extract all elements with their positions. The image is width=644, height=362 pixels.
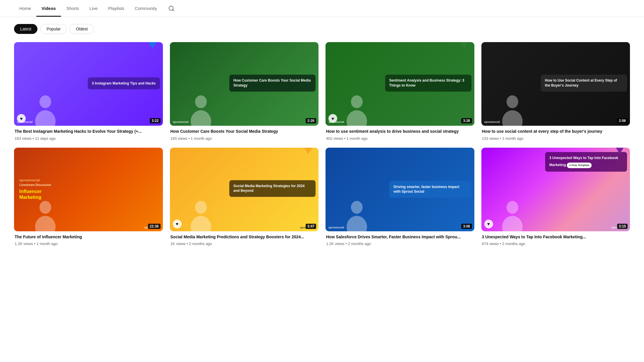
svg-point-4: [195, 95, 207, 108]
video-meta: 133 views • 1 month ago: [482, 136, 630, 141]
thumbnail: sproutsocial Livestream Discussion Influ…: [14, 148, 163, 231]
duration-badge: 3:22: [150, 118, 160, 123]
nav-playlists[interactable]: Playlists: [103, 0, 130, 17]
person-silhouette: [170, 148, 233, 231]
thumbnail: How to Use Social Content at Every Step …: [481, 42, 630, 126]
svg-point-9: [502, 110, 523, 126]
sprout-logo: sproutsocial: [173, 120, 189, 123]
video-card[interactable]: 3 Unexpected Ways to Tap Into Facebook M…: [481, 148, 630, 246]
bookmark-ribbon: [460, 42, 468, 49]
sprout-logo: sproutsocial: [328, 226, 344, 229]
filter-latest[interactable]: Latest: [14, 24, 37, 34]
nav-videos[interactable]: Videos: [36, 0, 61, 17]
thumb-text: Driving smarter, faster business impact …: [390, 181, 471, 198]
duration-badge: 2:06: [617, 118, 628, 123]
video-card[interactable]: How to Use Social Content at Every Step …: [481, 42, 630, 141]
duration-badge: 3:26: [461, 118, 472, 123]
video-info: Social Media Marketing Predictions and S…: [170, 231, 319, 246]
svg-point-14: [351, 201, 363, 214]
video-meta: 1K views • 2 months ago: [171, 242, 318, 246]
thumb-text: How to Use Social Content at Every Step …: [541, 75, 627, 92]
video-card[interactable]: 3 Instagram Marketing Tips and Hacks spr…: [14, 42, 163, 141]
thumbnail: 3 Unexpected Ways to Tap Into Facebook M…: [481, 148, 630, 231]
heart-icon: ♥: [328, 114, 337, 123]
video-info: The Future of Influencer Marketing 1.2K …: [14, 231, 163, 246]
thumb-text: 3 Unexpected Ways to Tap Into Facebook M…: [545, 152, 627, 172]
thumb-text: How Customer Care Boosts Your Social Med…: [229, 75, 316, 92]
video-title: The Best Instagram Marketing Hacks to Ev…: [15, 129, 162, 135]
video-title: 3 Unexpected Ways to Tap Into Facebook M…: [482, 234, 630, 240]
person-silhouette: [481, 42, 544, 126]
svg-point-16: [507, 201, 518, 214]
bookmark-ribbon: [149, 42, 156, 49]
person-silhouette: [326, 148, 388, 231]
video-meta: 1.2K views • 2 months ago: [326, 242, 474, 246]
sprout-logo: sproutsocial: [484, 120, 500, 123]
thumbnail: Driving smarter, faster business impact …: [326, 148, 474, 231]
video-title: How to use sentiment analysis to drive b…: [326, 129, 474, 135]
filter-oldest[interactable]: Oldest: [70, 24, 94, 34]
bookmark-ribbon: [304, 148, 312, 154]
search-button[interactable]: [166, 3, 177, 14]
thumbnail: Social Media Marketing Strategies for 20…: [170, 148, 319, 231]
bookmark-ribbon: [616, 148, 624, 154]
svg-point-7: [347, 110, 367, 126]
svg-point-2: [39, 95, 51, 108]
nav-shorts[interactable]: Shorts: [61, 0, 84, 17]
heart-icon: ♥: [17, 114, 26, 123]
person-silhouette: [170, 42, 233, 126]
video-grid: 3 Instagram Marketing Tips and Hacks spr…: [0, 40, 644, 258]
video-info: How to use sentiment analysis to drive b…: [326, 126, 474, 141]
video-meta: 402 views • 1 month ago: [326, 136, 474, 141]
svg-point-5: [191, 110, 211, 126]
thumbnail: 3 Instagram Marketing Tips and Hacks spr…: [14, 42, 163, 126]
svg-line-1: [173, 10, 174, 11]
video-title: How Salesforce Drives Smarter, Faster Bu…: [326, 234, 474, 240]
thumb-text: sproutsocial Livestream Discussion Influ…: [14, 148, 163, 231]
video-card[interactable]: Sentiment Analysis and Business Strategy…: [326, 42, 474, 141]
person-silhouette: [326, 42, 388, 126]
duration-badge: 22:38: [148, 224, 161, 229]
video-title: Social Media Marketing Predictions and S…: [171, 234, 318, 240]
heart-icon: ♥: [173, 220, 182, 228]
svg-point-12: [195, 201, 207, 214]
thumb-text: Sentiment Analysis and Business Strategy…: [385, 75, 471, 92]
video-meta: 874 views • 2 months ago: [482, 242, 630, 246]
svg-point-15: [347, 216, 367, 231]
duration-badge: 3:47: [306, 224, 316, 229]
video-info: How Salesforce Drives Smarter, Faster Bu…: [326, 231, 474, 246]
duration-badge: 3:06: [461, 224, 472, 229]
thumb-text: 3 Instagram Marketing Tips and Hacks: [88, 77, 160, 89]
filter-bar: Latest Popular Oldest: [0, 17, 644, 40]
duration-badge: 2:26: [306, 118, 316, 123]
video-card[interactable]: How Customer Care Boosts Your Social Med…: [170, 42, 319, 141]
video-card[interactable]: Social Media Marketing Strategies for 20…: [170, 148, 319, 246]
video-meta: 183 views • 11 days ago: [15, 136, 162, 141]
thumb-text: Social Media Marketing Strategies for 20…: [229, 180, 316, 197]
svg-point-13: [191, 216, 211, 231]
svg-point-3: [35, 110, 56, 126]
thumbnail: Sentiment Analysis and Business Strategy…: [326, 42, 474, 126]
thumbnail: How Customer Care Boosts Your Social Med…: [170, 42, 319, 126]
video-card[interactable]: Driving smarter, faster business impact …: [326, 148, 474, 246]
nav-live[interactable]: Live: [84, 0, 103, 17]
video-meta: 193 views • 1 month ago: [171, 136, 318, 141]
video-title: How Customer Care Boosts Your Social Med…: [171, 129, 318, 135]
video-card[interactable]: sproutsocial Livestream Discussion Influ…: [14, 148, 163, 246]
video-title: How to use social content at every step …: [482, 129, 630, 135]
heart-icon: ♥: [484, 220, 493, 228]
video-info: How to use social content at every step …: [481, 126, 630, 141]
person-silhouette: [14, 42, 77, 126]
nav-community[interactable]: Community: [130, 0, 162, 17]
filter-popular[interactable]: Popular: [40, 24, 67, 34]
svg-point-6: [351, 95, 363, 108]
video-meta: 1.2K views • 1 month ago: [15, 242, 162, 246]
nav-home[interactable]: Home: [14, 0, 36, 17]
duration-badge: 3:15: [617, 224, 628, 229]
person-silhouette: [481, 148, 544, 231]
video-info: The Best Instagram Marketing Hacks to Ev…: [14, 126, 163, 141]
channel-nav: Home Videos Shorts Live Playlists Commun…: [0, 0, 644, 17]
video-title: The Future of Influencer Marketing: [15, 234, 162, 240]
video-info: 3 Unexpected Ways to Tap Into Facebook M…: [481, 231, 630, 246]
svg-point-8: [507, 95, 518, 108]
